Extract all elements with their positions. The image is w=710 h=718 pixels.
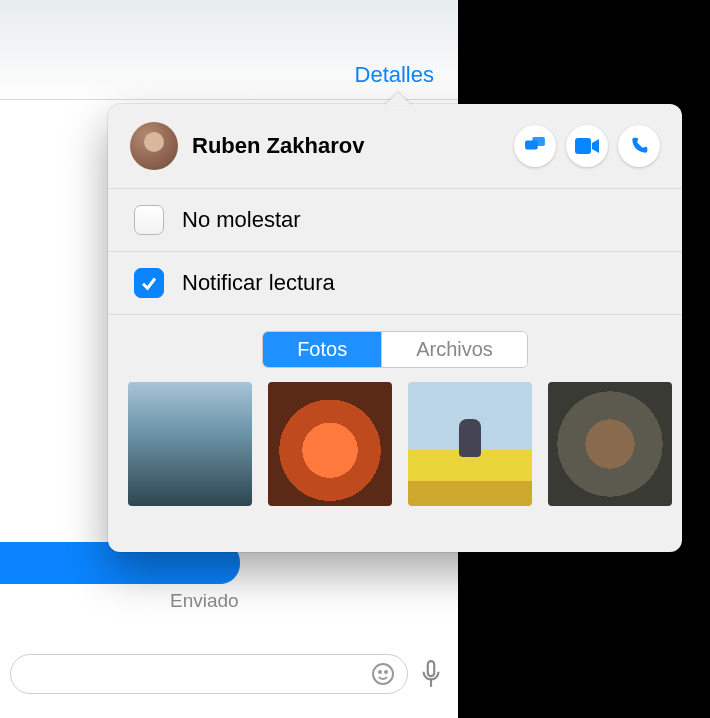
emoji-icon[interactable]	[371, 662, 395, 686]
svg-rect-7	[575, 138, 591, 154]
contact-actions	[514, 125, 660, 167]
photo-thumbnail[interactable]	[268, 382, 392, 506]
video-icon	[575, 138, 599, 154]
details-button[interactable]: Detalles	[349, 61, 440, 89]
svg-point-2	[385, 671, 387, 673]
tab-files[interactable]: Archivos	[381, 332, 527, 367]
share-screen-icon	[524, 137, 546, 155]
photo-thumbnails	[108, 382, 682, 526]
conversation-header: Detalles	[0, 0, 458, 100]
svg-point-1	[379, 671, 381, 673]
compose-row	[10, 652, 448, 696]
read-receipts-checkbox[interactable]	[134, 268, 164, 298]
do-not-disturb-row: No molestar	[108, 189, 682, 252]
audio-call-button[interactable]	[618, 125, 660, 167]
read-receipts-label: Notificar lectura	[182, 270, 335, 296]
photo-thumbnail[interactable]	[408, 382, 532, 506]
read-receipts-row: Notificar lectura	[108, 252, 682, 315]
share-screen-button[interactable]	[514, 125, 556, 167]
photo-thumbnail[interactable]	[548, 382, 672, 506]
details-popover: Ruben Zakharov	[108, 104, 682, 552]
mic-icon[interactable]	[418, 659, 448, 689]
svg-rect-3	[428, 661, 434, 676]
segmented-control: Fotos Archivos	[262, 331, 528, 368]
popover-header: Ruben Zakharov	[108, 104, 682, 189]
avatar[interactable]	[130, 122, 178, 170]
delivery-status: Enviado	[170, 590, 239, 612]
tab-photos[interactable]: Fotos	[263, 332, 381, 367]
video-call-button[interactable]	[566, 125, 608, 167]
svg-point-0	[373, 664, 393, 684]
phone-icon	[629, 136, 649, 156]
do-not-disturb-checkbox[interactable]	[134, 205, 164, 235]
message-input[interactable]	[10, 654, 408, 694]
do-not-disturb-label: No molestar	[182, 207, 301, 233]
attachments-tabs: Fotos Archivos	[108, 315, 682, 382]
contact-name: Ruben Zakharov	[192, 133, 500, 159]
photo-thumbnail[interactable]	[128, 382, 252, 506]
svg-rect-6	[532, 137, 545, 146]
